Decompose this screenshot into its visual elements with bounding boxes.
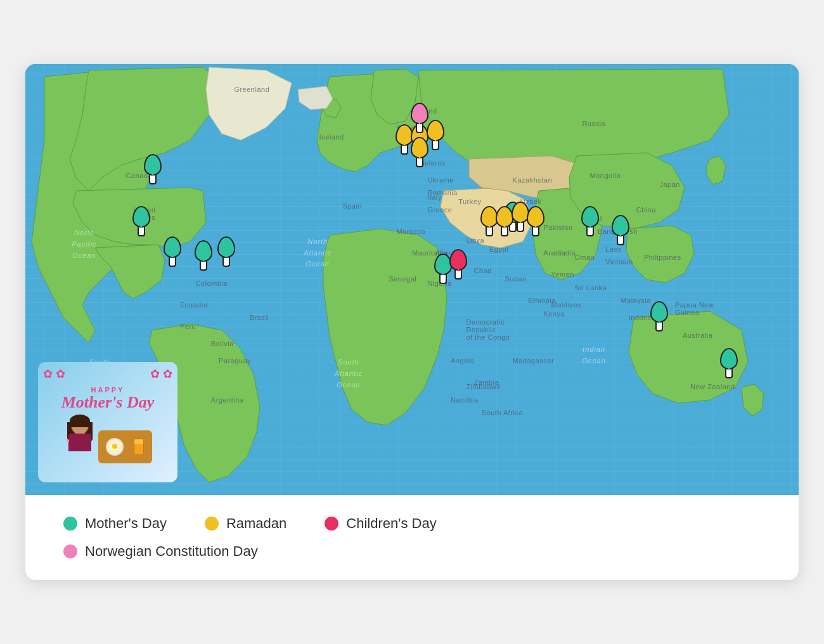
mothers-day-text: Mother's Day [61,394,155,412]
flowers-left-icon: ✿ ✿ [43,367,65,381]
legend-area: Mother's Day Ramadan Children's Day Norw… [25,495,799,580]
legend-row-1: Mother's Day Ramadan Children's Day [63,515,761,532]
bitmoji-figure: ✿ [64,416,96,463]
pin-me-yellow-4[interactable] [527,206,544,236]
pin-southasia[interactable] [612,215,629,245]
legend-label-mothers-day: Mother's Day [85,515,167,532]
legend-item-ramadan: Ramadan [205,515,286,532]
legend-dot-teal [63,517,77,531]
pin-childrensday[interactable] [449,249,467,280]
pin-usa-3[interactable] [217,236,235,267]
breakfast-tray [98,430,152,463]
legend-dot-pink [63,544,77,558]
flowers-right-icon: ✿ ✿ [150,367,172,381]
pin-canada[interactable] [144,154,162,184]
legend-label-childrens-day: Children's Day [346,515,436,532]
pin-europe-yellow-3[interactable] [427,120,444,150]
legend-item-childrens-day: Children's Day [325,515,436,532]
app-container: NorthPacificOcean NorthAtlanticOcean Sou… [25,64,799,580]
legend-dot-red [325,517,338,531]
pin-norway[interactable] [411,103,428,133]
pin-europe-yellow-4[interactable] [411,137,428,167]
pin-mexico[interactable] [195,240,212,271]
pin-australia[interactable] [650,301,668,332]
pin-usa-1[interactable] [132,206,150,236]
legend-item-norway: Norwegian Constitution Day [63,543,258,560]
pin-india[interactable] [581,206,599,236]
pin-usa-2[interactable] [164,236,181,267]
mothers-day-card: ✿ ✿ ✿ ✿ HAPPY Mother's Day [38,362,177,482]
legend-dot-yellow [205,517,219,531]
legend-item-mothers-day: Mother's Day [63,515,167,532]
legend-label-norway: Norwegian Constitution Day [85,543,258,560]
legend-row-2: Norwegian Constitution Day [63,543,761,560]
map-area: NorthPacificOcean NorthAtlanticOcean Sou… [25,64,799,495]
legend-label-ramadan: Ramadan [226,515,286,532]
pin-nz[interactable] [720,348,738,378]
